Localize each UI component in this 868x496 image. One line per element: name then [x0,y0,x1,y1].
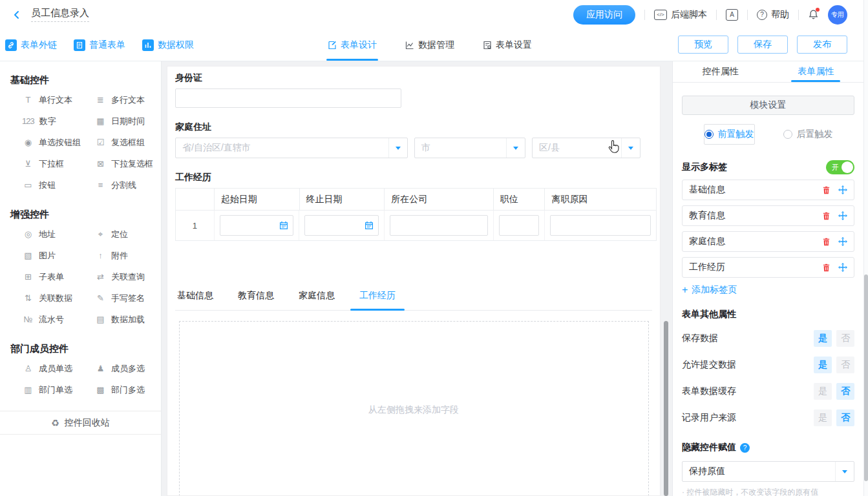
move-icon[interactable] [838,263,847,272]
yes-button[interactable]: 是 [814,356,832,373]
widget-item-address[interactable]: ◎地址 [22,223,94,245]
field-home-address[interactable]: 家庭住址 省/自治区/直辖市 市 区/县 [175,121,652,158]
form-tab-family-info[interactable]: 家庭信息 [299,286,335,310]
save-button[interactable]: 保存 [737,36,788,54]
avatar[interactable]: 专用 [828,5,847,25]
tab-widget-properties[interactable]: 控件属性 [673,61,768,82]
tab-form-design[interactable]: 表单设计 [326,29,378,61]
widget-item-signature[interactable]: ✎手写签名 [94,287,161,309]
no-button[interactable]: 否 [836,383,854,400]
form-external-link-button[interactable]: 表单外链 [5,39,57,51]
field-id-card[interactable]: 身份证 [175,72,652,108]
select-placeholder: 区/县 [533,142,621,154]
app-access-button[interactable]: 应用访问 [573,5,635,25]
notification-dot [816,8,820,12]
canvas-scrollbar-thumb[interactable] [664,321,668,496]
tab-config-item[interactable]: 家庭信息 [682,231,854,252]
calendar-icon[interactable] [279,221,288,230]
widget-item-department-single[interactable]: ▥部门单选 [22,379,94,400]
move-icon[interactable] [838,211,847,220]
start-date-input[interactable] [220,215,294,236]
widget-item-image[interactable]: ▧图片 [22,245,94,266]
help-button[interactable]: ? 帮助 [757,9,789,21]
widget-item-data-load[interactable]: ▤数据加载 [94,309,161,330]
multi-tab-toggle[interactable]: 开 [826,160,854,174]
tab-label: 表单设计 [341,39,377,51]
normal-form-button[interactable]: 普通表单 [74,39,125,51]
form-tab-basic-info[interactable]: 基础信息 [177,286,213,310]
city-select[interactable]: 市 [414,138,525,158]
prop-label: 表单数据缓存 [682,386,736,397]
tab-data-management[interactable]: 数据管理 [404,29,456,61]
delete-icon[interactable] [822,212,831,220]
widget-recycle-bin[interactable]: ♻ 控件回收站 [0,411,161,435]
field-work-history-table[interactable]: 工作经历 起始日期 终止日期 所在公司 职位 离职原因 1 [175,171,652,241]
widget-item-multi-line-text[interactable]: ≣多行文本 [94,89,161,110]
bar-chart-icon [142,39,154,51]
page-scrollbar[interactable] [863,0,868,496]
delete-icon[interactable] [822,238,831,246]
page-scrollbar-thumb[interactable] [864,274,868,481]
id-card-input[interactable] [175,88,401,108]
publish-button[interactable]: 发布 [797,36,847,54]
add-tab-button[interactable]: + 添加标签页 [682,284,854,296]
widget-item-datetime[interactable]: ▦日期时间 [94,110,161,132]
widget-item-member-single[interactable]: ♙成员单选 [22,358,94,379]
widget-item-member-multi[interactable]: ♟成员多选 [94,358,161,379]
move-icon[interactable] [838,237,847,246]
widget-item-dropdown[interactable]: ⊻下拉框 [22,153,94,174]
delete-icon[interactable] [822,186,831,194]
no-button[interactable]: 否 [836,356,854,373]
data-permission-button[interactable]: 数据权限 [142,39,194,51]
move-icon[interactable] [838,185,847,194]
hidden-assign-select[interactable]: 保持原值 [682,461,854,482]
widget-item-linked-data[interactable]: ⇅关联数据 [22,287,94,309]
form-tab-work-history[interactable]: 工作经历 [359,286,396,310]
widget-item-dropdown-multi[interactable]: ⊠下拉复选框 [94,153,161,174]
widget-item-divider[interactable]: ≡分割线 [94,174,161,196]
delete-icon[interactable] [822,264,831,272]
tab-form-settings[interactable]: 表单设置 [482,29,533,61]
tab-form-properties[interactable]: 表单属性 [768,61,864,82]
backend-script-button[interactable]: </> 后端脚本 [654,9,707,21]
widget-sidebar: 基础控件 T单行文本 ≣多行文本 123数字 ▦日期时间 ◉单选按钮组 ☑复选框… [0,61,162,496]
tab-config-item[interactable]: 工作经历 [682,257,854,278]
multi-tab-label: 显示多标签 [682,161,727,173]
widget-item-location[interactable]: ⌖定位 [94,223,161,245]
widget-item-attachment[interactable]: ↑附件 [94,245,161,266]
module-settings-button[interactable]: 模块设置 [682,96,854,115]
company-input[interactable] [390,215,488,236]
widget-item-checkbox-group[interactable]: ☑复选框组 [94,132,161,153]
yes-button[interactable]: 是 [814,409,832,426]
form-tab-education-info[interactable]: 教育信息 [238,286,274,310]
widget-item-subform[interactable]: ⊞子表单 [22,266,94,287]
notifications-button[interactable] [808,9,819,20]
widget-item-radio-group[interactable]: ◉单选按钮组 [22,132,94,153]
back-button[interactable] [9,7,25,23]
tab-config-item[interactable]: 教育信息 [682,205,854,226]
preview-button[interactable]: 预览 [678,36,728,54]
widget-item-serial-number[interactable]: №流水号 [22,309,94,330]
position-input[interactable] [499,215,540,236]
widget-item-linked-query[interactable]: ⇄关联查询 [94,266,161,287]
widget-item-department-multi[interactable]: ▩部门多选 [94,379,161,400]
no-button[interactable]: 否 [836,409,854,426]
end-date-input[interactable] [304,215,379,236]
no-button[interactable]: 否 [836,330,854,347]
help-circle-icon[interactable]: ? [740,443,750,453]
radio-pre-trigger[interactable]: 前置触发 [704,124,755,145]
tab-config-item[interactable]: 基础信息 [682,180,854,200]
yes-button[interactable]: 是 [814,383,832,400]
yes-button[interactable]: 是 [814,330,832,347]
widget-item-button[interactable]: ▭按钮 [22,174,94,196]
page-title[interactable]: 员工信息录入 [31,7,89,22]
widget-item-number[interactable]: 123数字 [22,110,94,132]
language-icon[interactable]: A [726,9,738,21]
calendar-icon[interactable] [365,221,374,230]
leave-reason-input[interactable] [550,215,651,236]
member-single-icon: ♙ [22,364,34,373]
widget-item-single-line-text[interactable]: T单行文本 [22,89,94,110]
radio-post-trigger[interactable]: 后置触发 [783,124,833,145]
province-select[interactable]: 省/自治区/直辖市 [175,138,408,158]
district-select[interactable]: 区/县 [532,138,640,158]
